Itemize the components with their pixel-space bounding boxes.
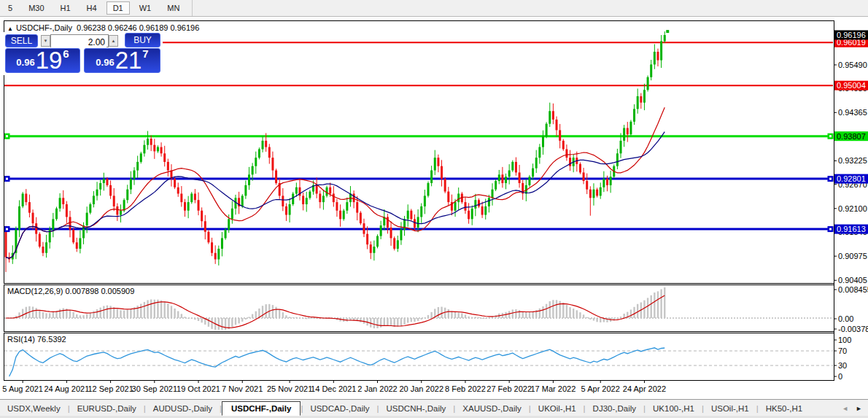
macd-histogram-bar xyxy=(221,318,222,330)
macd-histogram-bar xyxy=(427,315,429,318)
current-price-badge-label: 0.96196 xyxy=(837,31,866,39)
macd-histogram-bar xyxy=(90,313,91,318)
tab-xauusd-daily[interactable]: XAUUSD-,Daily xyxy=(455,402,529,415)
rsi-panel-border xyxy=(4,333,834,380)
tab-audusd-daily[interactable]: AUDUSD-,Daily xyxy=(146,402,220,415)
candle-body xyxy=(515,162,517,173)
tab-usdx-weekly[interactable]: USDX,Weekly xyxy=(0,402,68,415)
tab-scroll-left-icon[interactable]: ◄ xyxy=(842,405,848,412)
candle-body xyxy=(441,166,443,179)
tab-usdcad-daily[interactable]: USDCAD-,Daily xyxy=(303,402,376,415)
macd-histogram-bar xyxy=(643,301,645,318)
macd-histogram-bar xyxy=(231,318,233,327)
macd-histogram-bar xyxy=(556,300,557,318)
candle-body xyxy=(549,111,551,123)
macd-histogram-bar xyxy=(123,310,125,318)
candle-body xyxy=(629,122,632,134)
tab-eurusd-daily[interactable]: EURUSD-,Daily xyxy=(70,402,144,415)
candle-body xyxy=(559,130,561,141)
candle-body xyxy=(258,150,260,158)
chevron-up-icon: ▲ xyxy=(112,39,116,43)
candle-body xyxy=(282,196,284,206)
macd-histogram-bar xyxy=(519,310,520,318)
timeframe-button-mn[interactable]: MN xyxy=(160,1,186,15)
mt4-window: 5M30H1H4D1W1MN 0.954900.949300.943650.93… xyxy=(0,0,868,418)
macd-histogram-bar xyxy=(529,312,530,318)
macd-histogram-bar xyxy=(245,318,247,320)
candle-body xyxy=(596,190,598,196)
tab-usdchf-daily[interactable]: USDCHF-,Daily xyxy=(222,401,301,416)
macd-histogram-bar xyxy=(86,314,88,318)
tab-uk100-h1[interactable]: UK100-,H1 xyxy=(646,402,702,415)
timeframe-button-h4[interactable]: H4 xyxy=(80,1,104,15)
candle-body xyxy=(417,217,419,228)
candle-body xyxy=(252,166,254,175)
tab-scroll-right-icon[interactable]: ► xyxy=(856,405,862,412)
macd-histogram-bar xyxy=(414,318,415,322)
candle-body xyxy=(241,196,244,206)
candle-body xyxy=(143,145,145,154)
candle-body xyxy=(484,206,487,215)
candle-body xyxy=(380,225,382,236)
candle-body xyxy=(113,196,115,206)
sell-price-box[interactable]: 0.96 19 6 xyxy=(5,48,80,73)
candle-body xyxy=(160,147,163,154)
tab-usdcnh-daily[interactable]: USDCNH-,Daily xyxy=(379,402,454,415)
volume-decrement-button[interactable]: ▼ xyxy=(41,35,50,47)
volume-input[interactable] xyxy=(51,36,106,47)
candle-body xyxy=(373,247,375,253)
tab-ukoil-h1[interactable]: UKOil-,H1 xyxy=(531,402,584,415)
candle-body xyxy=(471,209,473,220)
sell-button[interactable]: SELL xyxy=(5,34,38,47)
tab-usoil-h1[interactable]: USOil-,H1 xyxy=(704,402,756,415)
macd-histogram-bar xyxy=(376,318,378,328)
candle-body xyxy=(464,202,466,211)
line-handle-center xyxy=(6,178,8,180)
macd-panel[interactable] xyxy=(4,287,833,330)
candle-body xyxy=(589,190,592,198)
tab-dj30-daily[interactable]: DJ30-,Daily xyxy=(586,402,643,415)
candle-body xyxy=(214,253,217,260)
candle-body xyxy=(86,213,88,225)
macd-histogram-bar xyxy=(120,310,121,318)
candle-body xyxy=(163,153,166,162)
timeframe-button-w1[interactable]: W1 xyxy=(133,1,158,15)
chart-canvas[interactable]: 0.954900.949300.943650.932250.926700.921… xyxy=(0,16,868,418)
macd-histogram-bar xyxy=(22,309,23,318)
macd-histogram-bar xyxy=(448,309,449,318)
macd-histogram-bar xyxy=(400,318,402,326)
macd-histogram-bar xyxy=(295,317,297,318)
macd-histogram-bar xyxy=(546,304,547,318)
macd-histogram-bar xyxy=(430,312,432,318)
rsi-panel[interactable] xyxy=(4,348,833,376)
date-tick-label: 17 Mar 2022 xyxy=(531,384,576,393)
candle-body xyxy=(329,187,331,194)
buy-button[interactable]: BUY xyxy=(125,33,160,47)
macd-histogram-bar xyxy=(160,301,162,318)
macd-histogram-bar xyxy=(164,302,166,318)
candle-body xyxy=(393,238,395,249)
macd-histogram-bar xyxy=(589,318,591,320)
timeframe-button-5[interactable]: 5 xyxy=(1,1,19,15)
timeframe-button-d1[interactable]: D1 xyxy=(106,1,130,15)
line-handle-center xyxy=(6,135,8,137)
timeframe-button-m30[interactable]: M30 xyxy=(22,1,50,15)
macd-histogram-bar xyxy=(576,310,578,318)
macd-histogram-bar xyxy=(600,318,601,322)
candle-body xyxy=(336,202,338,211)
macd-histogram-bar xyxy=(32,306,34,318)
buy-price-box[interactable]: 0.96 21 7 xyxy=(84,48,160,73)
macd-histogram-bar xyxy=(623,314,624,318)
level-badge-label: 0.95004 xyxy=(837,81,866,90)
tab-hk50-h1[interactable]: HK50-,H1 xyxy=(759,402,810,415)
price-tick-label: 0.95490 xyxy=(838,61,867,69)
macd-histogram-bar xyxy=(252,314,253,318)
volume-increment-button[interactable]: ▲ xyxy=(109,35,118,47)
timeframe-button-h1[interactable]: H1 xyxy=(54,1,77,15)
macd-histogram-bar xyxy=(573,309,574,318)
macd-histogram-bar xyxy=(53,312,54,318)
macd-histogram-bar xyxy=(99,308,101,318)
candle-body xyxy=(25,193,27,202)
candle-body xyxy=(207,232,209,243)
candle-body xyxy=(93,196,95,204)
